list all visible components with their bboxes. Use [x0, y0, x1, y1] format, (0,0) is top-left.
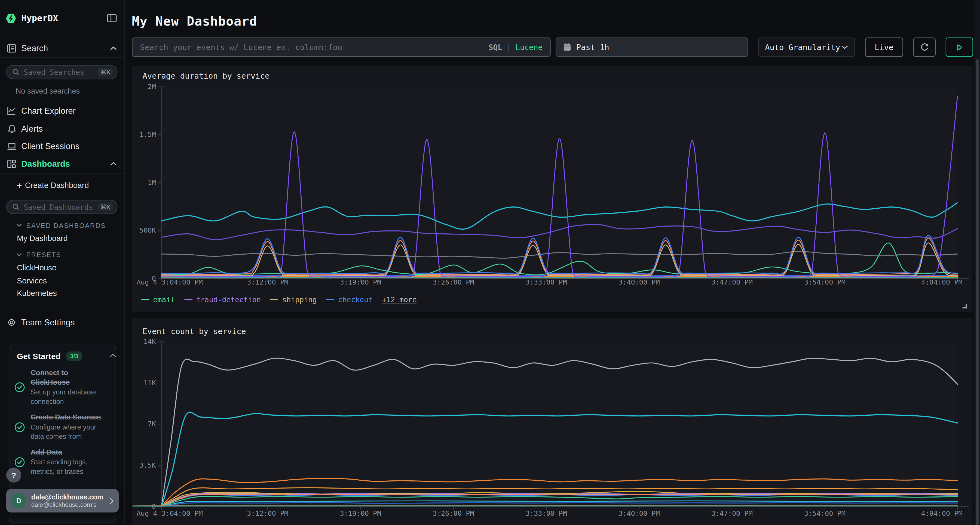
- x-axis-tick-label: 4:04:00 PM: [921, 278, 963, 286]
- line-chart-avg-duration[interactable]: 0500K1M1.5M2MAug 4 3:04:00 PM3:12:00 PM3…: [132, 65, 972, 312]
- shortcut-badge: ⌘K: [98, 68, 113, 76]
- refresh-button[interactable]: [913, 38, 935, 57]
- checklist-item-add-data[interactable]: Add Data Start sending logs, metrics, or…: [14, 447, 112, 477]
- legend-item-fraud-detection[interactable]: fraud-detection: [184, 523, 261, 525]
- legend-dash-icon: [326, 299, 334, 300]
- section-label: SAVED DASHBOARDS: [26, 222, 106, 229]
- collapse-sidebar-icon[interactable]: [107, 14, 117, 22]
- event-search-input[interactable]: [132, 38, 550, 56]
- sidebar-item-dashboards[interactable]: Dashboards: [0, 157, 125, 170]
- x-axis-tick-label: Aug 4 3:04:00 PM: [137, 509, 203, 517]
- x-axis-tick-label: 3:33:00 PM: [526, 509, 567, 517]
- chevron-up-icon[interactable]: [110, 353, 116, 358]
- chevron-down-icon: [841, 45, 848, 49]
- legend-item-checkout[interactable]: checkout: [326, 523, 373, 525]
- legend-dash-icon: [184, 299, 192, 300]
- user-menu[interactable]: D dale@clickhouse.com dale@clickhouse.co…: [6, 489, 119, 512]
- legend-dash-icon: [141, 299, 150, 300]
- checklist-item-desc: Configure where your data comes from: [30, 422, 104, 441]
- legend-label: email: [153, 523, 175, 525]
- saved-dashboards-section-header[interactable]: SAVED DASHBOARDS: [16, 222, 106, 229]
- search-icon: [13, 68, 19, 75]
- sidebar-item-label: Alerts: [21, 124, 43, 133]
- sidebar-item-services[interactable]: Services: [17, 277, 47, 285]
- chart-title: Average duration by service: [142, 71, 269, 81]
- line-chart-event-count[interactable]: 03.5K7K11K14KAug 4 3:04:00 PM3:12:00 PM3…: [132, 318, 972, 525]
- sql-toggle[interactable]: SQL: [488, 43, 502, 51]
- y-axis-tick-label: 1.5M: [139, 130, 156, 138]
- legend-label: email: [153, 295, 175, 304]
- x-axis-tick-label: 4:04:00 PM: [921, 509, 963, 517]
- scrollbar-thumb[interactable]: [976, 59, 978, 525]
- create-dashboard-button[interactable]: + Create Dashboard: [0, 180, 125, 191]
- sidebar-item-clickhouse[interactable]: ClickHouse: [17, 263, 56, 272]
- sidebar: HyperDX Search Saved Searches ⌘K No save…: [0, 0, 125, 525]
- sidebar-item-alerts[interactable]: Alerts: [0, 122, 125, 135]
- bell-icon: [6, 124, 17, 133]
- toggle-separator: |: [507, 43, 511, 51]
- series-line-2aa198[interactable]: [132, 506, 958, 506]
- shortcut-badge: ⌘K: [98, 203, 113, 211]
- checklist-item-create-data-sources[interactable]: Create Data Sources Configure where your…: [14, 412, 112, 442]
- dashboards-grid-icon: [6, 159, 17, 168]
- x-axis-tick-label: 3:54:00 PM: [804, 278, 846, 286]
- sidebar-item-kubernetes[interactable]: Kubernetes: [17, 289, 57, 298]
- section-label: PRESETS: [26, 251, 61, 259]
- legend-more-link[interactable]: +12 more: [382, 523, 417, 525]
- live-button[interactable]: Live: [865, 38, 903, 57]
- legend-item-shipping[interactable]: shipping: [270, 295, 317, 304]
- no-saved-searches-text: No saved searches: [16, 87, 80, 95]
- legend-label: checkout: [338, 295, 373, 304]
- help-button[interactable]: ?: [6, 468, 21, 482]
- saved-dashboards-input[interactable]: Saved Dashboards ⌘K: [6, 200, 118, 214]
- legend-item-email[interactable]: email: [141, 523, 175, 525]
- chart-title: Event count by service: [142, 327, 246, 336]
- chevron-down-icon: [16, 253, 22, 257]
- play-icon: [955, 43, 964, 51]
- run-query-button[interactable]: [946, 38, 973, 57]
- legend-item-fraud-detection[interactable]: fraud-detection: [184, 295, 261, 304]
- y-axis-tick-label: 1M: [148, 178, 156, 186]
- x-axis-tick-label: 3:26:00 PM: [433, 278, 474, 286]
- chevron-up-icon[interactable]: [110, 46, 117, 50]
- page-scrollbar[interactable]: [974, 0, 980, 525]
- sidebar-item-search[interactable]: Search: [0, 41, 125, 55]
- check-circle-icon: [14, 422, 25, 432]
- legend-item-shipping[interactable]: shipping: [270, 523, 317, 525]
- legend-label: checkout: [338, 523, 373, 525]
- legend-more-link[interactable]: +12 more: [382, 295, 417, 304]
- legend-dash-icon: [270, 299, 278, 300]
- sidebar-item-client-sessions[interactable]: Client Sessions: [0, 139, 125, 153]
- create-dashboard-label: Create Dashboard: [25, 181, 89, 190]
- panel-resize-handle[interactable]: [963, 304, 967, 308]
- legend-label: fraud-detection: [196, 523, 261, 525]
- checklist-item-connect-clickhouse[interactable]: Connect to ClickHouse Set up your databa…: [14, 368, 112, 406]
- presets-section-header[interactable]: PRESETS: [16, 251, 61, 259]
- y-axis-tick-label: 11K: [143, 379, 156, 387]
- sidebar-item-my-dashboard[interactable]: My Dashboard: [17, 234, 68, 243]
- granularity-value: Auto Granularity: [765, 43, 840, 52]
- brand-name: HyperDX: [21, 13, 58, 23]
- saved-searches-placeholder: Saved Searches: [24, 68, 98, 76]
- granularity-select[interactable]: Auto Granularity: [758, 38, 855, 57]
- sidebar-item-chart-explorer[interactable]: Chart Explorer: [0, 104, 125, 117]
- search-section-icon: [6, 43, 17, 52]
- x-axis-tick-label: 3:54:00 PM: [804, 509, 846, 517]
- chevron-up-icon[interactable]: [110, 161, 117, 166]
- saved-searches-input[interactable]: Saved Searches ⌘K: [6, 65, 118, 79]
- divider: [0, 173, 124, 174]
- checklist-item-title: Connect to ClickHouse: [30, 368, 82, 387]
- chevron-down-icon: [16, 224, 22, 227]
- main-content: My New Dashboard SQL | Lucene Past 1h Au…: [125, 0, 980, 525]
- legend-item-checkout[interactable]: checkout: [326, 295, 373, 304]
- calendar-icon: [563, 43, 571, 51]
- time-range-picker[interactable]: Past 1h: [555, 38, 748, 57]
- lucene-toggle[interactable]: Lucene: [515, 43, 542, 51]
- x-axis-tick-label: 3:47:00 PM: [711, 509, 753, 517]
- legend-item-email[interactable]: email: [141, 295, 175, 304]
- sidebar-item-team-settings[interactable]: Team Settings: [0, 315, 125, 329]
- sidebar-item-label: Search: [21, 43, 48, 52]
- live-label: Live: [875, 43, 893, 52]
- x-axis-tick-label: 3:12:00 PM: [247, 278, 288, 286]
- legend-label: shipping: [282, 295, 317, 304]
